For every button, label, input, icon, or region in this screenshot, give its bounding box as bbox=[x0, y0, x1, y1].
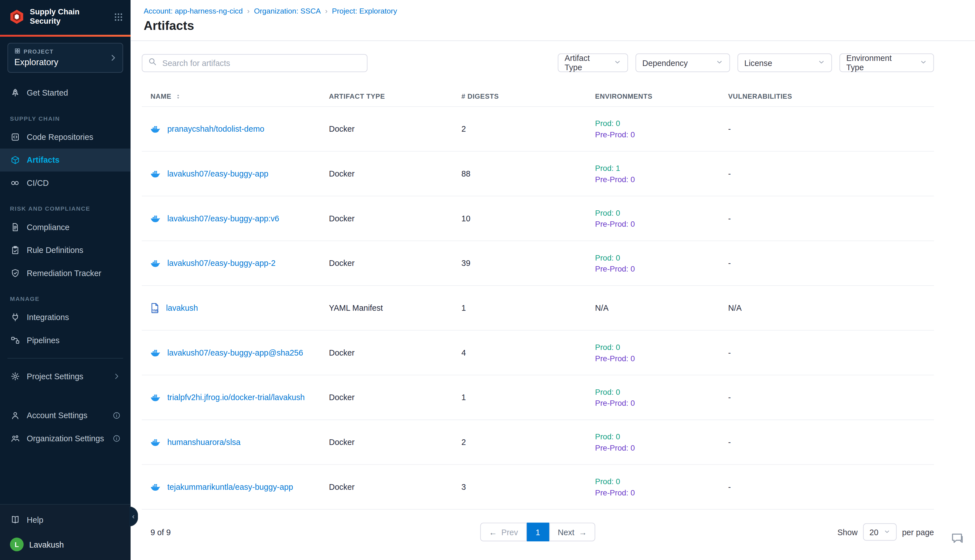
preprod-env-link[interactable]: Pre-Prod: 0 bbox=[595, 398, 728, 408]
filter-dependency[interactable]: Dependency bbox=[636, 53, 730, 72]
sidebar-section-label: RISK AND COMPLIANCE bbox=[0, 195, 130, 216]
preprod-env-link[interactable]: Pre-Prod: 0 bbox=[595, 264, 728, 274]
filter-artifact-type[interactable]: Artifact Type bbox=[558, 53, 628, 72]
page-header: Account: app-harness-ng-cicd › Organizat… bbox=[130, 0, 975, 41]
rules-icon bbox=[10, 246, 20, 255]
project-selector[interactable]: PROJECT Exploratory bbox=[7, 43, 123, 73]
artifact-name-link[interactable]: tejakummarikuntla/easy-buggy-app bbox=[167, 482, 293, 492]
preprod-env-link[interactable]: Pre-Prod: 0 bbox=[595, 488, 728, 497]
user-menu[interactable]: L Lavakush bbox=[0, 532, 130, 554]
module-switcher-icon[interactable] bbox=[114, 12, 123, 22]
prod-env-link[interactable]: Prod: 1 bbox=[595, 163, 728, 173]
search-input[interactable] bbox=[161, 58, 361, 68]
environments-cell: Prod: 0Pre-Prod: 0 bbox=[595, 253, 728, 274]
sidebar-item-account-settings[interactable]: Account Settings bbox=[0, 404, 130, 427]
preprod-env-link[interactable]: Pre-Prod: 0 bbox=[595, 219, 728, 229]
prod-env-link[interactable]: Prod: 0 bbox=[595, 342, 728, 352]
svg-text:YML: YML bbox=[152, 308, 159, 312]
arrow-left-icon: ← bbox=[489, 527, 497, 537]
sidebar-header: Supply Chain Security bbox=[0, 0, 130, 33]
page-size-select[interactable]: 20 bbox=[863, 523, 897, 541]
sidebar-item-code-repositories[interactable]: Code Repositories bbox=[0, 125, 130, 148]
artifact-name-link[interactable]: trialpfv2hi.jfrog.io/docker-trial/lavaku… bbox=[167, 393, 305, 402]
prod-env-link[interactable]: Prod: 0 bbox=[595, 253, 728, 263]
artifact-name-link[interactable]: pranaycshah/todolist-demo bbox=[167, 124, 264, 134]
prev-page-button[interactable]: ← Prev bbox=[480, 523, 527, 542]
breadcrumb-account-link[interactable]: Account: app-harness-ng-cicd bbox=[144, 7, 243, 15]
artifact-type-cell: Docker bbox=[329, 393, 461, 402]
app-root: Supply Chain Security PROJECT Explorator… bbox=[0, 0, 975, 560]
digest-count-cell: 39 bbox=[461, 258, 595, 268]
column-header-artifact-type: ARTIFACT TYPE bbox=[329, 92, 461, 100]
digest-count-cell: 4 bbox=[461, 348, 595, 357]
artifact-name-link[interactable]: lavakush07/easy-buggy-app-2 bbox=[167, 258, 275, 268]
sidebar-item-pipelines[interactable]: Pipelines bbox=[0, 329, 130, 352]
table-row[interactable]: tejakummarikuntla/easy-buggy-appDocker3P… bbox=[142, 465, 934, 510]
environments-cell: Prod: 0Pre-Prod: 0 bbox=[595, 476, 728, 497]
gear-icon bbox=[10, 372, 20, 381]
info-icon bbox=[113, 412, 121, 420]
artifact-type-cell: Docker bbox=[329, 214, 461, 223]
sidebar-item-get-started[interactable]: Get Started bbox=[0, 82, 130, 105]
table-row[interactable]: humanshuarora/slsaDocker2Prod: 0Pre-Prod… bbox=[142, 420, 934, 465]
sort-icon[interactable] bbox=[174, 93, 181, 100]
artifact-type-cell: YAML Manifest bbox=[329, 303, 461, 313]
account-icon bbox=[10, 411, 20, 420]
artifact-name-link[interactable]: lavakush07/easy-buggy-app@sha256 bbox=[167, 348, 303, 357]
preprod-env-link[interactable]: Pre-Prod: 0 bbox=[595, 130, 728, 140]
sidebar-nav: Get StartedSUPPLY CHAINCode Repositories… bbox=[0, 77, 130, 504]
artifact-type-cell: Docker bbox=[329, 258, 461, 268]
prod-env-link[interactable]: Prod: 0 bbox=[595, 387, 728, 397]
prod-env-link[interactable]: Prod: 0 bbox=[595, 432, 728, 442]
artifact-name-link[interactable]: humanshuarora/slsa bbox=[167, 438, 240, 447]
table-row[interactable]: YMLlavakushYAML Manifest1N/AN/A bbox=[142, 286, 934, 331]
prod-env-link[interactable]: Prod: 0 bbox=[595, 118, 728, 128]
page-number-button[interactable]: 1 bbox=[527, 523, 549, 542]
sidebar-item-artifacts[interactable]: Artifacts bbox=[0, 148, 130, 172]
help-label: Help bbox=[27, 515, 43, 525]
filter-label: Dependency bbox=[643, 58, 688, 67]
filter-environment-type[interactable]: Environment Type bbox=[840, 53, 934, 72]
table-row[interactable]: trialpfv2hi.jfrog.io/docker-trial/lavaku… bbox=[142, 375, 934, 420]
preprod-env-link[interactable]: Pre-Prod: 0 bbox=[595, 174, 728, 184]
sidebar-item-compliance[interactable]: Compliance bbox=[0, 216, 130, 239]
prod-env-link[interactable]: Prod: 0 bbox=[595, 208, 728, 218]
artifact-type-cell: Docker bbox=[329, 124, 461, 134]
search-box bbox=[142, 54, 367, 72]
digest-count-cell: 88 bbox=[461, 169, 595, 178]
filter-license[interactable]: License bbox=[738, 53, 832, 72]
artifact-name-link[interactable]: lavakush bbox=[166, 303, 198, 313]
sidebar-item-project-settings[interactable]: Project Settings bbox=[0, 365, 130, 388]
project-label: PROJECT bbox=[24, 48, 53, 55]
yaml-manifest-icon: YML bbox=[149, 302, 160, 313]
vulnerabilities-cell: - bbox=[728, 258, 934, 268]
vulnerabilities-cell: N/A bbox=[728, 303, 934, 313]
sidebar-item-rule-definitions[interactable]: Rule Definitions bbox=[0, 238, 130, 262]
table-row[interactable]: lavakush07/easy-buggy-app:v6Docker10Prod… bbox=[142, 196, 934, 241]
artifact-type-cell: Docker bbox=[329, 482, 461, 492]
chevron-down-icon bbox=[920, 58, 927, 67]
breadcrumb-project-link[interactable]: Project: Exploratory bbox=[332, 7, 397, 15]
artifact-name-link[interactable]: lavakush07/easy-buggy-app:v6 bbox=[167, 214, 279, 223]
sidebar-item-remediation-tracker[interactable]: Remediation Tracker bbox=[0, 262, 130, 285]
preprod-env-link[interactable]: Pre-Prod: 0 bbox=[595, 353, 728, 363]
sidebar-item-integrations[interactable]: Integrations bbox=[0, 306, 130, 329]
table-row[interactable]: lavakush07/easy-buggy-app-2Docker39Prod:… bbox=[142, 241, 934, 286]
main-area: Account: app-harness-ng-cicd › Organizat… bbox=[130, 0, 975, 560]
docker-icon bbox=[149, 213, 161, 223]
artifact-name-link[interactable]: lavakush07/easy-buggy-app bbox=[167, 169, 268, 178]
prod-env-link[interactable]: Prod: 0 bbox=[595, 476, 728, 486]
sidebar-item-ci-cd[interactable]: CI/CD bbox=[0, 172, 130, 195]
sidebar-section-label: SUPPLY CHAIN bbox=[0, 104, 130, 125]
sidebar-item-help[interactable]: Help bbox=[0, 508, 130, 532]
preprod-env-link[interactable]: Pre-Prod: 0 bbox=[595, 443, 728, 453]
table-row[interactable]: lavakush07/easy-buggy-app@sha256Docker4P… bbox=[142, 331, 934, 376]
environments-cell: Prod: 0Pre-Prod: 0 bbox=[595, 342, 728, 363]
next-page-button[interactable]: Next → bbox=[549, 523, 596, 542]
chat-help-icon[interactable] bbox=[950, 532, 964, 545]
table-row[interactable]: lavakush07/easy-buggy-appDocker88Prod: 1… bbox=[142, 152, 934, 197]
sidebar-item-organization-settings[interactable]: Organization Settings bbox=[0, 427, 130, 450]
table-row[interactable]: pranaycshah/todolist-demoDocker2Prod: 0P… bbox=[142, 107, 934, 152]
vulnerabilities-cell: - bbox=[728, 482, 934, 492]
breadcrumb-organization-link[interactable]: Organization: SSCA bbox=[254, 7, 321, 15]
